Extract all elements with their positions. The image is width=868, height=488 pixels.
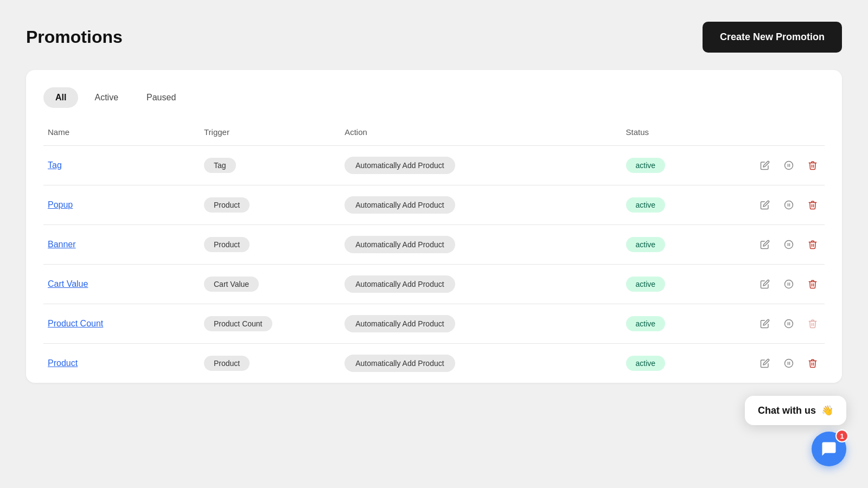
table-row: Product CountProduct CountAutomatically …: [43, 304, 825, 344]
svg-point-6: [785, 241, 793, 249]
table-row: TagTagAutomatically Add Productactive: [43, 146, 825, 185]
status-badge: active: [626, 316, 666, 331]
page-title: Promotions: [26, 27, 123, 47]
delete-button[interactable]: [805, 158, 820, 173]
chat-icon: [821, 441, 837, 457]
trigger-badge: Tag: [204, 158, 236, 173]
chat-widget: Chat with us 👋 1: [745, 396, 846, 466]
create-promotion-button[interactable]: Create New Promotion: [703, 22, 842, 53]
pause-button[interactable]: [781, 356, 796, 371]
status-badge: active: [626, 277, 666, 292]
edit-button[interactable]: [757, 316, 773, 331]
action-badge: Automatically Add Product: [344, 315, 455, 332]
delete-button[interactable]: [805, 197, 820, 213]
status-badge: active: [626, 237, 666, 252]
svg-point-12: [785, 320, 793, 328]
chat-badge-count: 1: [835, 429, 848, 442]
pause-button[interactable]: [781, 158, 796, 173]
col-header-actions: [746, 121, 825, 146]
edit-button[interactable]: [757, 237, 773, 252]
chat-bubble: Chat with us 👋: [745, 396, 846, 425]
table-row: BannerProductAutomatically Add Productac…: [43, 225, 825, 265]
trigger-badge: Product Count: [204, 316, 272, 331]
row-action-group: [751, 316, 820, 331]
row-action-group: [751, 237, 820, 252]
trigger-badge: Product: [204, 237, 250, 252]
delete-button[interactable]: [805, 316, 820, 331]
table-row: ProductProductAutomatically Add Producta…: [43, 344, 825, 383]
col-header-name: Name: [43, 121, 200, 146]
status-badge: active: [626, 197, 666, 213]
promotions-table: Name Trigger Action Status TagTagAutomat…: [43, 121, 825, 383]
col-header-trigger: Trigger: [200, 121, 340, 146]
delete-button[interactable]: [805, 277, 820, 292]
edit-button[interactable]: [757, 356, 773, 371]
action-badge: Automatically Add Product: [344, 157, 455, 174]
status-badge: active: [626, 356, 666, 371]
promotion-name-link[interactable]: Popup: [48, 200, 73, 209]
trigger-badge: Cart Value: [204, 277, 259, 292]
pause-button[interactable]: [781, 197, 796, 213]
promotion-name-link[interactable]: Tag: [48, 160, 62, 170]
row-action-group: [751, 277, 820, 292]
tab-all[interactable]: All: [43, 87, 78, 108]
edit-button[interactable]: [757, 277, 773, 292]
svg-point-0: [785, 162, 793, 170]
action-badge: Automatically Add Product: [344, 355, 455, 372]
action-badge: Automatically Add Product: [344, 236, 455, 253]
tab-active[interactable]: Active: [82, 87, 130, 108]
promotion-name-link[interactable]: Cart Value: [48, 279, 88, 288]
delete-button[interactable]: [805, 356, 820, 371]
promotion-name-link[interactable]: Product Count: [48, 319, 103, 328]
row-action-group: [751, 356, 820, 371]
row-action-group: [751, 158, 820, 173]
pause-button[interactable]: [781, 316, 796, 331]
pause-button[interactable]: [781, 277, 796, 292]
promotion-name-link[interactable]: Banner: [48, 240, 76, 249]
action-badge: Automatically Add Product: [344, 196, 455, 214]
promotion-name-link[interactable]: Product: [48, 358, 78, 368]
status-badge: active: [626, 158, 666, 173]
action-badge: Automatically Add Product: [344, 275, 455, 293]
row-action-group: [751, 197, 820, 213]
svg-point-15: [785, 359, 793, 368]
col-header-action: Action: [340, 121, 621, 146]
pause-button[interactable]: [781, 237, 796, 252]
trigger-badge: Product: [204, 197, 250, 213]
svg-point-9: [785, 280, 793, 288]
chat-wave-emoji: 👋: [821, 404, 833, 416]
tab-group: All Active Paused: [43, 87, 825, 108]
delete-button[interactable]: [805, 237, 820, 252]
chat-bubble-text: Chat with us: [758, 405, 816, 416]
table-row: PopupProductAutomatically Add Productact…: [43, 185, 825, 225]
promotions-card: All Active Paused Name Trigger Action St…: [26, 70, 842, 383]
col-header-status: Status: [622, 121, 746, 146]
tab-paused[interactable]: Paused: [135, 87, 188, 108]
edit-button[interactable]: [757, 197, 773, 213]
trigger-badge: Product: [204, 356, 250, 371]
table-row: Cart ValueCart ValueAutomatically Add Pr…: [43, 265, 825, 304]
edit-button[interactable]: [757, 158, 773, 173]
svg-point-3: [785, 201, 793, 209]
